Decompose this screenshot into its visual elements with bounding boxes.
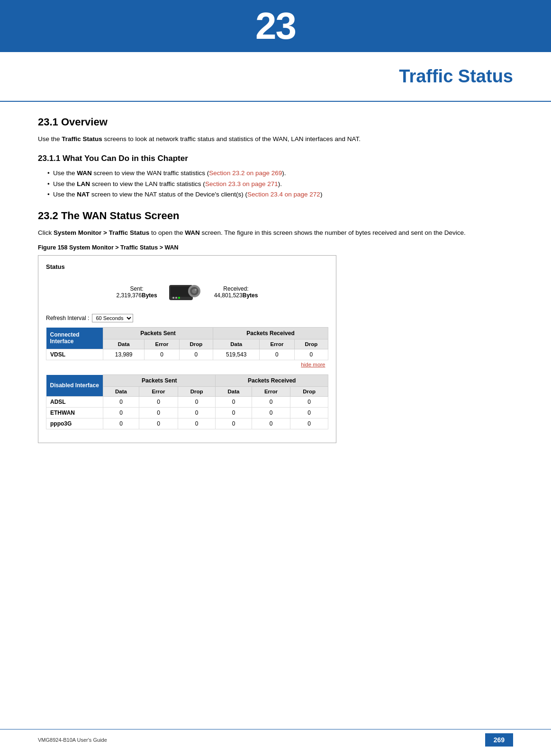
figure-caption: Figure 158 System Monitor > Traffic Stat…	[38, 243, 513, 252]
connected-interface-header-row: Connected Interface Packets Sent Packets…	[46, 328, 328, 339]
received-number: 44,801,523	[214, 292, 243, 299]
ethwan-error-sent: 0	[139, 408, 178, 418]
svg-point-8	[195, 289, 197, 291]
vdsl-interface: VDSL	[46, 349, 103, 360]
wan-status-heading: 23.2 The WAN Status Screen	[38, 210, 513, 222]
adsl-data-recv: 0	[216, 397, 252, 408]
adsl-drop-sent: 0	[178, 397, 216, 408]
section-23-2-link[interactable]: Section 23.2 on page 269	[209, 169, 282, 177]
disabled-col-error-sent: Error	[139, 387, 178, 397]
disabled-packets-received-label: Packets Received	[216, 375, 328, 387]
list-item-lan: Use the LAN screen to view the LAN traff…	[47, 179, 513, 190]
vdsl-data-sent: 13,989	[103, 349, 145, 360]
chapter-banner: 23	[0, 0, 551, 52]
adsl-drop-recv: 0	[290, 397, 328, 408]
received-unit: Bytes	[243, 292, 258, 299]
pppo3g-data-sent: 0	[103, 418, 139, 429]
refresh-row: Refresh Interval : 60 Seconds	[46, 314, 328, 322]
ethwan-error-recv: 0	[252, 408, 290, 418]
svg-point-2	[172, 297, 174, 299]
chapter-title: Traffic Status	[399, 66, 513, 86]
system-monitor-bold: System Monitor > Traffic Status	[54, 229, 149, 236]
main-content: 23.1 Overview Use the Traffic Status scr…	[0, 116, 551, 443]
hide-more-link[interactable]: hide more	[301, 362, 325, 367]
vdsl-row: VDSL 13,989 0 0 519,543 0 0	[46, 349, 328, 360]
sent-unit: Bytes	[142, 292, 157, 299]
ethwan-interface: ETHWAN	[46, 408, 103, 418]
section-23-3-link[interactable]: Section 23.3 on page 271	[205, 180, 278, 187]
connected-interface-label: Connected Interface	[46, 328, 103, 349]
col-data-sent: Data	[103, 339, 145, 349]
refresh-label: Refresh Interval :	[46, 315, 89, 321]
pppo3g-error-sent: 0	[139, 418, 178, 429]
nat-bold: NAT	[77, 191, 90, 198]
overview-body: Use the Traffic Status screens to look a…	[38, 134, 513, 144]
svg-point-4	[178, 297, 180, 299]
wan-status-body: Click System Monitor > Traffic Status to…	[38, 228, 513, 238]
status-label: Status	[46, 263, 328, 270]
vdsl-drop-sent: 0	[179, 349, 213, 360]
overview-heading: 23.1 Overview	[38, 116, 513, 128]
connected-interface-table: Connected Interface Packets Sent Packets…	[46, 327, 328, 369]
list-item-wan: Use the WAN screen to view the WAN traff…	[47, 168, 513, 179]
svg-point-3	[175, 297, 177, 299]
ethwan-data-sent: 0	[103, 408, 139, 418]
disabled-interface-header-row: Disabled Interface Packets Sent Packets …	[46, 375, 328, 387]
figure-caption-desc: System Monitor > Traffic Status > WAN	[68, 244, 179, 251]
ethwan-drop-sent: 0	[178, 408, 216, 418]
vdsl-data-recv: 519,543	[213, 349, 260, 360]
wan-bold-2: WAN	[185, 229, 200, 236]
disabled-interface-label: Disabled Interface	[46, 375, 103, 397]
adsl-error-sent: 0	[139, 397, 178, 408]
pppo3g-data-recv: 0	[216, 418, 252, 429]
list-item-nat: Use the NAT screen to view the NAT statu…	[47, 189, 513, 200]
chapter-title-area: Traffic Status	[0, 52, 551, 102]
adsl-error-recv: 0	[252, 397, 290, 408]
col-error-recv: Error	[260, 339, 294, 349]
sent-label: Sent:	[117, 285, 157, 292]
received-value: 44,801,523Bytes	[214, 292, 258, 299]
col-drop-sent: Drop	[179, 339, 213, 349]
section-23-4-link[interactable]: Section 23.4 on page 272	[247, 191, 320, 198]
vdsl-error-sent: 0	[145, 349, 179, 360]
traffic-status-bold: Traffic Status	[62, 135, 102, 142]
disabled-col-drop-recv: Drop	[290, 387, 328, 397]
refresh-interval-select[interactable]: 60 Seconds	[92, 314, 133, 322]
what-you-can-do-heading: 23.1.1 What You Can Do in this Chapter	[38, 154, 513, 163]
disabled-packets-sent-label: Packets Sent	[103, 375, 216, 387]
vdsl-drop-recv: 0	[294, 349, 328, 360]
ethwan-row: ETHWAN 0 0 0 0 0 0	[46, 408, 328, 418]
ethwan-data-recv: 0	[216, 408, 252, 418]
pppo3g-error-recv: 0	[252, 418, 290, 429]
vdsl-error-recv: 0	[260, 349, 294, 360]
hide-more-cell: hide more	[46, 360, 328, 369]
packets-sent-label: Packets Sent	[103, 328, 213, 339]
col-data-recv: Data	[213, 339, 260, 349]
sent-value: 2,319,376Bytes	[117, 292, 157, 299]
sent-block: Sent: 2,319,376Bytes	[117, 285, 157, 299]
col-error-sent: Error	[145, 339, 179, 349]
col-drop-recv: Drop	[294, 339, 328, 349]
disabled-col-data-sent: Data	[103, 387, 139, 397]
adsl-data-sent: 0	[103, 397, 139, 408]
ethwan-drop-recv: 0	[290, 408, 328, 418]
pppo3g-drop-recv: 0	[290, 418, 328, 429]
device-icon	[167, 278, 205, 306]
sent-number: 2,319,376	[117, 292, 142, 299]
pppo3g-interface: pppo3G	[46, 418, 103, 429]
device-area: Sent: 2,319,376Bytes	[46, 278, 328, 306]
disabled-col-error-recv: Error	[252, 387, 290, 397]
lan-bold: LAN	[77, 180, 90, 187]
adsl-row: ADSL 0 0 0 0 0 0	[46, 397, 328, 408]
overview-body-text: screens to look at network traffic statu…	[104, 135, 361, 142]
figure-caption-bold: Figure 158	[38, 244, 68, 251]
received-block: Received: 44,801,523Bytes	[214, 285, 258, 299]
footer-right: 269	[485, 733, 513, 747]
chapter-number: 23	[255, 4, 296, 48]
disabled-col-data-recv: Data	[216, 387, 252, 397]
received-label: Received:	[214, 285, 258, 292]
screenshot-box: Status Sent: 2,319,376Bytes	[38, 255, 336, 443]
disabled-interface-table: Disabled Interface Packets Sent Packets …	[46, 374, 328, 429]
pppo3g-row: pppo3G 0 0 0 0 0 0	[46, 418, 328, 429]
footer-left: VMG8924-B10A User's Guide	[38, 737, 107, 743]
